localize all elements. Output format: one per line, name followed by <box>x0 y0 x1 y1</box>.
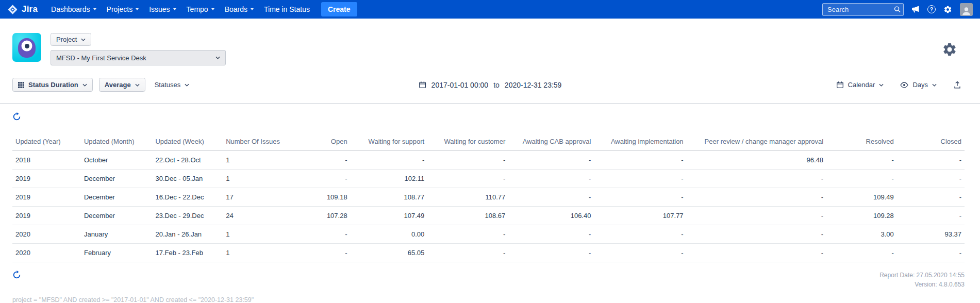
jql-query-text: project = "MFSD" AND created >= "2017-01… <box>0 289 980 303</box>
nav-item-dashboards[interactable]: Dashboards <box>46 0 102 19</box>
project-avatar[interactable] <box>12 33 41 62</box>
calendar-icon <box>836 81 844 89</box>
table-cell: 96.48 <box>687 151 827 170</box>
megaphone-icon <box>911 5 920 13</box>
table-cell: 2018 <box>12 151 81 170</box>
table-cell: 108.67 <box>427 207 508 225</box>
table-cell: - <box>594 151 686 170</box>
column-header[interactable]: Closed <box>897 137 965 151</box>
date-range-picker[interactable]: 2017-01-01 00:00 to 2020-12-31 23:59 <box>419 81 562 89</box>
table-cell: 93.37 <box>897 225 965 244</box>
table-cell: - <box>288 151 351 170</box>
jira-brand[interactable]: Jira <box>7 4 38 15</box>
calendar-mode-label: Calendar <box>848 81 875 89</box>
toolbar-right-group: Calendar Days <box>833 78 965 92</box>
chevron-down-icon <box>185 83 189 87</box>
column-header[interactable]: Waiting for support <box>351 137 428 151</box>
table-cell: - <box>427 244 508 262</box>
search-input[interactable] <box>822 3 904 16</box>
table-cell: 108.77 <box>351 188 428 207</box>
chevron-down-icon <box>173 8 176 10</box>
jira-logo <box>7 4 18 15</box>
table-row: 2019December23.Dec - 29.Dec24107.28107.4… <box>12 207 965 225</box>
report-settings-button[interactable] <box>939 41 960 58</box>
table-row: 2018October22.Oct - 28.Oct1-----96.48-- <box>12 151 965 170</box>
chevron-down-icon <box>879 83 884 87</box>
column-header[interactable]: Waiting for customer <box>427 137 508 151</box>
table-cell: - <box>594 170 686 188</box>
avatar-figure <box>18 38 36 58</box>
time-unit-label: Days <box>912 81 928 89</box>
grid-icon <box>18 82 24 88</box>
statuses-dropdown[interactable]: Statuses <box>152 78 193 91</box>
column-header[interactable]: Peer review / change manager approval <box>687 137 827 151</box>
nav-item-tempo[interactable]: Tempo <box>181 0 220 19</box>
table-cell: January <box>81 225 153 244</box>
table-cell: December <box>81 207 153 225</box>
report-meta: Report Date: 27.05.2020 14:55 Version: 4… <box>879 271 965 289</box>
table-cell: - <box>508 244 594 262</box>
project-header: Project MFSD - My First Service Desk <box>0 19 980 65</box>
table-cell: 102.11 <box>351 170 428 188</box>
column-header[interactable]: Awaiting implementation <box>594 137 686 151</box>
top-nav: Jira Dashboards Projects Issues Tempo Bo… <box>0 0 980 19</box>
table-row: 2019December16.Dec - 22.Dec17109.18108.7… <box>12 188 965 207</box>
refresh-button-bottom[interactable] <box>12 271 21 279</box>
chevron-down-icon <box>82 83 87 87</box>
scope-dropdown-button[interactable]: Project <box>51 33 91 46</box>
table-cell: - <box>288 170 351 188</box>
statuses-label: Statuses <box>155 81 181 89</box>
table-cell: - <box>897 188 965 207</box>
chevron-down-icon <box>135 83 140 87</box>
feedback-button[interactable] <box>911 5 920 13</box>
column-header[interactable]: Updated (Year) <box>12 137 81 151</box>
nav-item-label: Time in Status <box>264 5 310 13</box>
table-cell: - <box>594 188 686 207</box>
column-header[interactable]: Updated (Month) <box>81 137 153 151</box>
table-cell: 2020 <box>12 244 81 262</box>
profile-button[interactable] <box>960 3 973 16</box>
table-cell: - <box>594 244 686 262</box>
time-unit-dropdown[interactable]: Days <box>897 78 940 91</box>
column-header[interactable]: Open <box>288 137 351 151</box>
table-cell: - <box>288 225 351 244</box>
chevron-down-icon <box>136 8 139 10</box>
table-cell: December <box>81 170 153 188</box>
date-to: 2020-12-31 23:59 <box>505 81 562 89</box>
create-button[interactable]: Create <box>321 2 357 16</box>
calendar-icon <box>419 81 426 89</box>
project-select[interactable]: MFSD - My First Service Desk <box>51 50 226 65</box>
table-cell: December <box>81 188 153 207</box>
column-header[interactable]: Updated (Week) <box>152 137 223 151</box>
nav-item-issues[interactable]: Issues <box>144 0 181 19</box>
nav-item-projects[interactable]: Projects <box>102 0 144 19</box>
help-button[interactable]: ? <box>927 5 936 13</box>
table-cell: - <box>687 170 827 188</box>
table-cell: 22.Oct - 28.Oct <box>152 151 223 170</box>
report-toolbar: Status Duration Average Statuses 2017-01… <box>0 65 980 103</box>
column-header[interactable]: Number Of Issues <box>223 137 288 151</box>
table-cell: 107.77 <box>594 207 686 225</box>
table-cell: - <box>897 244 965 262</box>
scope-dropdown-label: Project <box>56 36 77 43</box>
refresh-button[interactable] <box>12 112 21 121</box>
date-separator: to <box>493 81 500 89</box>
calendar-mode-dropdown[interactable]: Calendar <box>833 78 887 91</box>
refresh-icon <box>12 112 21 121</box>
export-button[interactable] <box>950 78 965 92</box>
help-icon: ? <box>927 5 936 13</box>
nav-item-time-in-status[interactable]: Time in Status <box>259 0 315 19</box>
gear-icon <box>942 42 957 57</box>
table-cell: 107.28 <box>288 207 351 225</box>
avatar-eye <box>22 41 32 52</box>
column-header[interactable]: Resolved <box>826 137 897 151</box>
aggregation-dropdown[interactable]: Average <box>99 78 145 92</box>
table-cell: - <box>508 170 594 188</box>
table-cell: - <box>508 151 594 170</box>
report-date: Report Date: 27.05.2020 14:55 <box>879 271 965 280</box>
admin-settings-button[interactable] <box>943 5 952 14</box>
search-icon[interactable] <box>894 6 901 13</box>
report-type-dropdown[interactable]: Status Duration <box>12 78 93 92</box>
nav-item-boards[interactable]: Boards <box>220 0 259 19</box>
column-header[interactable]: Awaiting CAB approval <box>508 137 594 151</box>
